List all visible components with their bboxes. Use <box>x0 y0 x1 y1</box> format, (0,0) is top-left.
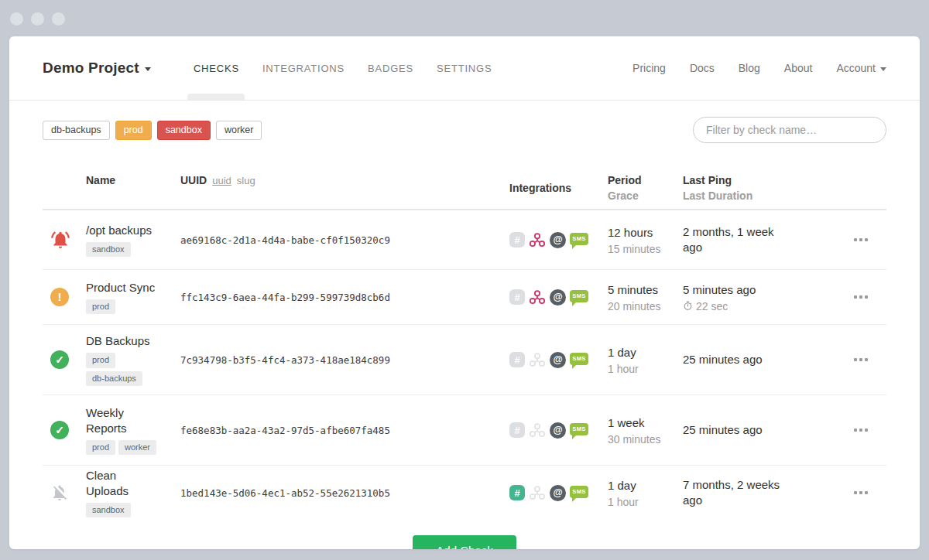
sms-bubble-icon: SMS <box>570 486 588 498</box>
tab-settings[interactable]: SETTINGS <box>425 36 503 100</box>
table-row: ✓ DB Backups prod db-backups 7c934798-b3… <box>43 324 886 394</box>
search-input[interactable] <box>693 117 886 143</box>
project-selector[interactable]: Demo Project <box>43 60 151 77</box>
app-header: Demo Project CHECKS INTEGRATIONS BADGES … <box>9 36 920 101</box>
sms-bubble-icon: SMS <box>570 233 588 245</box>
period-value: 1 week <box>608 415 683 431</box>
check-tag[interactable]: prod <box>86 353 115 367</box>
col-header-integrations: Integrations <box>509 174 608 202</box>
slack-hash-icon: # <box>509 485 525 500</box>
nav-pricing[interactable]: Pricing <box>632 62 666 74</box>
grace-value: 1 hour <box>608 496 683 508</box>
check-tag[interactable]: worker <box>118 440 156 455</box>
filter-tag-db-backups[interactable]: db-backups <box>43 121 110 140</box>
table-row: ✓ Weekly Reports prod worker fe68e83b-aa… <box>43 394 886 465</box>
last-ping-value: 25 minutes ago <box>683 422 782 438</box>
check-uuid[interactable]: 7c934798-b3f5-4fc4-a373-418ae184c899 <box>180 354 390 366</box>
last-duration: 22 sec <box>683 300 782 312</box>
slack-hash-icon: # <box>509 352 525 367</box>
last-ping-value: 25 minutes ago <box>683 352 782 367</box>
status-cell: ! <box>43 288 86 306</box>
filter-tag-worker[interactable]: worker <box>216 121 262 140</box>
slug-toggle-link[interactable]: slug <box>237 175 255 186</box>
col-header-uuid: UUID <box>180 174 207 186</box>
slack-hash-icon: # <box>509 289 525 305</box>
check-uuid[interactable]: ffc143c9-6aea-44fa-b299-599739d8cb6d <box>180 292 390 303</box>
grace-value: 20 minutes <box>608 300 683 312</box>
main-tabs: CHECKS INTEGRATIONS BADGES SETTINGS <box>182 36 504 100</box>
window-control-dot <box>10 12 23 26</box>
last-ping-value: 5 minutes ago <box>683 282 782 298</box>
nav-account[interactable]: Account <box>836 62 886 74</box>
check-tag[interactable]: prod <box>86 299 115 314</box>
last-ping-value: 7 months, 2 weeks ago <box>683 477 782 508</box>
email-at-icon: @ <box>550 289 566 306</box>
check-name-link[interactable]: /opt backups <box>86 223 152 238</box>
check-tag[interactable]: sandbox <box>86 242 131 257</box>
sms-bubble-icon: SMS <box>570 353 588 365</box>
exclamation-circle-icon: ! <box>50 288 69 306</box>
nav-about[interactable]: About <box>784 62 813 74</box>
period-value: 1 day <box>608 478 683 493</box>
check-tag[interactable]: db-backups <box>86 371 142 386</box>
check-name-link[interactable]: Weekly Reports <box>86 405 162 436</box>
nav-docs[interactable]: Docs <box>690 62 715 74</box>
last-ping-value: 2 months, 1 week ago <box>683 224 782 255</box>
bell-ringing-icon <box>50 230 70 250</box>
table-row: /opt backups sandbox ae69168c-2d1a-4d4a-… <box>43 210 886 269</box>
check-name-link[interactable]: Product Sync <box>86 280 155 295</box>
col-header-grace: Grace <box>608 190 683 202</box>
table-header: Name UUID uuid slug Integrations Period … <box>43 174 886 210</box>
status-cell <box>43 230 86 250</box>
nav-blog[interactable]: Blog <box>739 62 760 74</box>
check-name-link[interactable]: DB Backups <box>86 333 150 349</box>
check-uuid[interactable]: ae69168c-2d1a-4d4a-babe-cf0f150320c9 <box>180 234 390 246</box>
window-control-dot <box>31 12 44 26</box>
row-menu-button[interactable] <box>854 292 868 302</box>
checks-table: Name UUID uuid slug Integrations Period … <box>43 174 886 549</box>
uuid-toggle-link[interactable]: uuid <box>212 175 231 186</box>
row-menu-button[interactable] <box>854 235 868 244</box>
check-uuid[interactable]: fe68e83b-aa2a-43a2-97d5-afbe607fa485 <box>180 425 390 436</box>
check-tag[interactable]: prod <box>86 440 115 455</box>
col-header-last-duration: Last Duration <box>683 190 782 202</box>
check-uuid[interactable]: 1bed143e-5d06-4ec1-ab52-55e2621310b5 <box>180 487 390 499</box>
filter-tag-prod[interactable]: prod <box>115 121 152 140</box>
webhook-icon <box>529 422 546 439</box>
email-at-icon: @ <box>550 352 566 368</box>
webhook-icon <box>529 289 546 306</box>
check-circle-icon: ✓ <box>50 421 69 439</box>
filter-tag-sandbox[interactable]: sandbox <box>157 121 211 140</box>
stopwatch-icon <box>683 301 693 311</box>
tab-integrations[interactable]: INTEGRATIONS <box>251 36 356 100</box>
check-name-link[interactable]: Clean Uploads <box>86 468 162 499</box>
email-at-icon: @ <box>550 422 566 439</box>
last-duration-value: 22 sec <box>696 300 728 312</box>
chevron-down-icon <box>880 67 886 71</box>
row-menu-button[interactable] <box>854 425 868 435</box>
check-tag[interactable]: sandbox <box>86 503 131 517</box>
col-header-name: Name <box>86 174 180 202</box>
slack-hash-icon: # <box>509 422 525 438</box>
sms-bubble-icon: SMS <box>570 423 588 435</box>
row-menu-button[interactable] <box>854 488 868 497</box>
table-row: ! Product Sync prod ffc143c9-6aea-44fa-b… <box>43 269 886 324</box>
page-title: Demo Project <box>43 60 139 77</box>
col-header-last-ping: Last Ping <box>683 174 782 186</box>
filter-row: db-backups prod sandbox worker <box>43 117 886 143</box>
window-control-dot <box>52 12 65 26</box>
row-menu-button[interactable] <box>854 355 868 364</box>
chevron-down-icon <box>145 67 151 71</box>
status-cell <box>43 483 86 502</box>
slack-hash-icon: # <box>509 232 525 248</box>
tab-checks[interactable]: CHECKS <box>182 36 251 100</box>
add-check-button[interactable]: Add Check <box>413 535 516 549</box>
grace-value: 30 minutes <box>608 433 683 446</box>
status-cell: ✓ <box>43 350 86 369</box>
webhook-icon <box>529 231 546 248</box>
tab-badges[interactable]: BADGES <box>356 36 425 100</box>
col-header-period: Period <box>608 174 683 186</box>
sms-bubble-icon: SMS <box>570 290 588 302</box>
period-value: 12 hours <box>608 225 683 241</box>
grace-value: 1 hour <box>608 363 683 375</box>
